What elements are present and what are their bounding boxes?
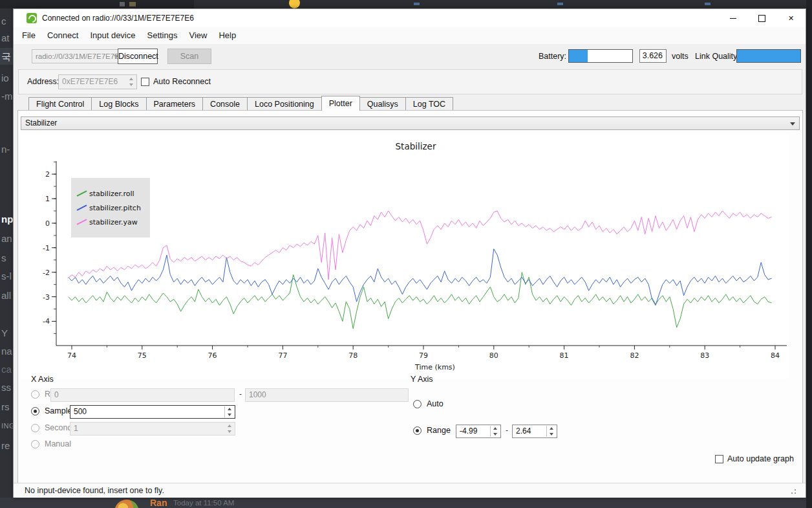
menu-connect[interactable]: Connect	[41, 27, 84, 44]
chart-legend[interactable]: stabilizer.roll stabilizer.pitch stabili…	[71, 178, 150, 237]
svg-text:1: 1	[45, 195, 50, 203]
menu-input-device[interactable]: Input device	[84, 27, 141, 44]
svg-text:84: 84	[771, 351, 780, 360]
tab-console[interactable]: Console	[202, 97, 248, 111]
spinner-arrows-icon[interactable]	[546, 426, 556, 437]
link-bar-fill	[737, 50, 800, 62]
channel-category-fragment: ING	[1, 422, 13, 430]
decorative-fragment	[120, 2, 125, 6]
auto-update-graph-checkbox[interactable]	[715, 455, 723, 463]
x-seconds-spinbox: 1	[70, 422, 235, 436]
y-auto-radio[interactable]	[413, 400, 422, 408]
channel-fragment: ca	[1, 364, 13, 375]
plotter-pane: Stabilizer Stabilizer-4-3-2-101274757677…	[17, 110, 803, 483]
x-seconds-radio[interactable]	[31, 424, 39, 432]
spinner-arrows-icon[interactable]	[224, 406, 234, 417]
svg-text:76: 76	[208, 351, 217, 360]
svg-text:82: 82	[630, 351, 639, 360]
channel-fragment: rs	[1, 401, 13, 412]
y-min-spinbox[interactable]: -4.99	[456, 425, 501, 438]
menu-settings[interactable]: Settings	[141, 27, 183, 44]
background-top-dark	[0, 0, 194, 8]
x-samples-value: 500	[74, 407, 87, 416]
svg-text:83: 83	[700, 351, 709, 360]
spinner-arrows-icon	[126, 76, 136, 88]
legend-item-pitch: stabilizer.pitch	[76, 202, 141, 214]
svg-text:Stabilizer: Stabilizer	[396, 141, 436, 151]
svg-text:79: 79	[419, 351, 428, 360]
tab-loco-positioning[interactable]: Loco Positioning	[247, 97, 322, 111]
y-range-radio[interactable]	[413, 426, 422, 435]
menu-help[interactable]: Help	[213, 27, 242, 44]
chat-username: Ran	[150, 498, 167, 508]
link-quality-label: Link Quality:	[695, 52, 740, 61]
x-manual-radio[interactable]	[31, 440, 39, 448]
yaw-line-swatch	[77, 219, 87, 225]
link-quality-progress-bar	[736, 49, 801, 63]
tab-parameters[interactable]: Parameters	[146, 97, 204, 111]
svg-text:-4: -4	[43, 317, 50, 326]
close-button[interactable]: ✕	[776, 9, 806, 27]
volts-label: volts	[672, 52, 689, 61]
address-spinbox: 0xE7E7E7E7E6	[58, 74, 137, 89]
resize-grip[interactable]	[795, 492, 796, 494]
tab-log-blocks[interactable]: Log Blocks	[91, 97, 146, 111]
disconnect-button[interactable]: Disconnect	[118, 49, 158, 64]
legend-label: stabilizer.pitch	[89, 204, 141, 212]
minimize-button[interactable]	[718, 9, 747, 27]
log-config-combobox[interactable]: Stabilizer	[21, 116, 800, 130]
tab-flight-control[interactable]: Flight Control	[28, 97, 92, 111]
decorative-fragment	[557, 3, 563, 5]
y-auto-label: Auto	[427, 399, 443, 408]
background-channel-list: c at 국 ( io -m n- np an s s-l all Y na c…	[0, 8, 13, 498]
legend-item-yaw: stabilizer.yaw	[76, 216, 141, 228]
chart-area: Stabilizer-4-3-2-10127475767778798081828…	[21, 134, 789, 379]
svg-text:81: 81	[560, 351, 569, 360]
tab-plotter[interactable]: Plotter	[321, 96, 360, 111]
spinner-arrows-icon[interactable]	[490, 426, 500, 437]
emoji-icon	[289, 0, 300, 8]
window-title: Connected on radio://0/33/1M/E7E7E7E7E6	[42, 14, 194, 23]
channel-fragment: -m	[1, 91, 13, 102]
maximize-button[interactable]	[747, 9, 776, 27]
connection-uri-value: radio://0/33/1M/E7E7E7E7E6	[36, 52, 122, 60]
auto-reconnect-checkbox[interactable]	[141, 78, 149, 86]
x-samples-spinbox[interactable]: 500	[70, 405, 235, 419]
svg-text:75: 75	[138, 351, 147, 360]
channel-fragment: n-	[1, 144, 13, 155]
channel-fragment: an	[1, 233, 13, 244]
svg-text:2: 2	[45, 170, 50, 179]
battery-label: Battery:	[539, 52, 566, 61]
avatar	[114, 500, 139, 508]
tab-log-toc[interactable]: Log TOC	[405, 97, 453, 111]
channel-fragment: Y	[1, 327, 13, 338]
auto-reconnect-label: Auto Reconnect	[153, 77, 211, 86]
channel-fragment: re	[1, 440, 13, 451]
connection-toolbar: radio://0/33/1M/E7E7E7E7E6 Disconnect Sc…	[14, 44, 806, 68]
x-range-radio[interactable]	[31, 390, 39, 399]
svg-text:-1: -1	[43, 244, 50, 252]
y-max-spinbox[interactable]: 2.64	[512, 425, 557, 438]
resize-grip[interactable]	[795, 489, 796, 491]
svg-text:80: 80	[489, 351, 498, 360]
spinner-arrows-icon	[224, 423, 234, 434]
battery-progress-bar	[568, 49, 633, 63]
status-bar: No input-device found, insert one to fly…	[14, 483, 806, 498]
x-samples-radio[interactable]	[31, 407, 39, 415]
x-axis-section-label: X Axis	[31, 375, 54, 384]
battery-voltage-box: 3.626	[639, 49, 667, 63]
range-separator: -	[506, 426, 508, 435]
connection-uri-combobox[interactable]: radio://0/33/1M/E7E7E7E7E6	[32, 49, 122, 63]
menu-view[interactable]: View	[183, 27, 213, 44]
decorative-fragment	[129, 2, 136, 6]
log-config-value: Stabilizer	[25, 118, 57, 127]
y-max-value: 2.64	[516, 426, 531, 436]
resize-grip[interactable]	[791, 492, 793, 494]
menu-file[interactable]: File	[16, 27, 41, 44]
channel-fragment: c	[1, 16, 13, 27]
channel-fragment: np	[1, 214, 13, 225]
plot-svg: Stabilizer-4-3-2-10127475767778798081828…	[21, 134, 789, 379]
tab-qualisys[interactable]: Qualisys	[359, 97, 406, 111]
title-bar[interactable]: Connected on radio://0/33/1M/E7E7E7E7E6 …	[14, 9, 806, 27]
chevron-down-icon	[790, 122, 795, 126]
